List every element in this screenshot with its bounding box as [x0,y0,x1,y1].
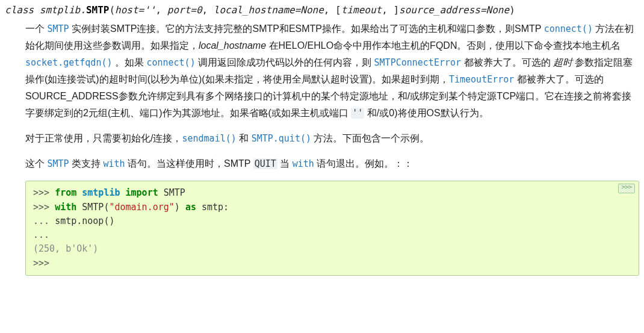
code-line: >>> [33,257,631,270]
prompt-continuation: ... [33,229,49,240]
link-with-stmt-2[interactable]: with [293,158,314,169]
text: 当 [277,158,293,169]
text: 都被养大了。可选的 [461,57,553,67]
text: 调用返回除成功代码以外的任何内容，则 [196,57,374,67]
text: 类支持 [69,158,104,169]
param-local-hostname: local_hostname=None [214,4,324,16]
code-line: >>> from smtplib import SMTP [33,186,631,200]
link-smtp[interactable]: SMTP [47,23,69,34]
param-host: host='' [115,4,155,16]
prompt: >>> [33,187,55,198]
link-smtp-2[interactable]: SMTP [47,158,69,169]
keyword-as: as [185,202,196,213]
param-ref-local-hostname: local_hostname [199,40,266,51]
link-connect[interactable]: connect() [544,23,593,34]
code-text: SMTP( [76,202,109,213]
paragraph-1: 一个 SMTP 实例封装SMTP连接。它的方法支持完整的SMTP和ESMTP操作… [25,20,639,122]
bracket-open: [ [335,4,341,16]
string-literal: "domain.org" [109,202,174,213]
code-text: ) [175,202,185,213]
text: 实例封装SMTP连接。它的方法支持完整的SMTP和ESMTP操作。如果给出了可选… [69,23,544,34]
link-getfqdn[interactable]: socket.getfqdn() [25,57,113,68]
param-source-address: source_address=None [399,4,509,16]
keyword-from: from [55,187,76,198]
code-line: ... smtp.noop() [33,214,631,228]
output-line: (250, b'Ok') [33,243,98,254]
text: 和/或0)将使用OS默认行为。 [364,108,488,118]
link-smtpconnecterror[interactable]: SMTPConnectError [374,57,462,68]
link-with-stmt[interactable]: with [103,158,125,169]
module-name: smtplib. [40,4,86,16]
paragraph-2: 对于正常使用，只需要初始化/连接，sendmail() 和 SMTP.quit(… [25,130,639,147]
module-smtplib: smtplib [76,187,125,198]
paren-open: ( [109,4,115,16]
param-timeout: timeout [341,4,382,16]
code-text: smtp.noop() [55,216,114,226]
keyword-class: class [5,4,34,16]
copy-prompts-button[interactable]: >>> [618,184,635,193]
comma: , [382,4,393,16]
prompt: >>> [33,258,49,269]
class-name: SMTP [86,4,110,16]
link-sendmail[interactable]: sendmail() [182,133,236,144]
paragraph-3: 这个 SMTP 类支持 with 语句。当这样使用时，SMTP QUIT 当 w… [25,155,639,172]
link-timeouterror[interactable]: TimeoutError [449,74,514,85]
text: 这个 [25,158,47,169]
text: 一个 [25,23,47,34]
keyword-with: with [55,202,76,213]
text: 和 [237,133,252,143]
code-line: ... [33,228,631,242]
comma: , [202,4,214,16]
text: 语句退出。例如。：： [314,158,413,169]
text: 语句。当这样使用时，SMTP [125,158,253,169]
literal-quit: QUIT [253,158,277,169]
class-definition: class smtplib.SMTP(host='', port=0, loca… [5,4,639,276]
keyword-import: import [126,187,158,198]
link-smtp-quit[interactable]: SMTP.quit() [252,133,311,144]
paren-close: ) [509,4,515,16]
param-port: port=0 [167,4,202,16]
class-description: 一个 SMTP 实例封装SMTP连接。它的方法支持完整的SMTP和ESMTP操作… [25,20,639,276]
literal-empty-string: '' [351,108,364,119]
name-smtp: SMTP [158,187,185,198]
code-line: >>> with SMTP("domain.org") as smtp: [33,201,631,214]
text: 方法。下面包含一个示例。 [311,133,429,143]
prompt-continuation: ... [33,216,55,226]
bracket-close: ] [393,4,399,16]
comma: , [324,4,335,16]
text: 在HELO/EHLO命令中用作本地主机的FQDN。否则，使用以下命令查找本地主机… [266,40,621,51]
text: 对于正常使用，只需要初始化/连接， [25,133,182,143]
param-ref-timeout: 超时 [553,57,572,67]
code-line: (250, b'Ok') [33,242,631,256]
comma: , [155,4,167,16]
code-example: >>> >>> from smtplib import SMTP >>> wit… [25,181,639,276]
code-text: smtp: [196,202,229,213]
prompt: >>> [33,202,55,213]
link-connect-2[interactable]: connect() [146,57,195,68]
class-signature: class smtplib.SMTP(host='', port=0, loca… [5,4,639,17]
text: 。如果 [113,57,147,67]
